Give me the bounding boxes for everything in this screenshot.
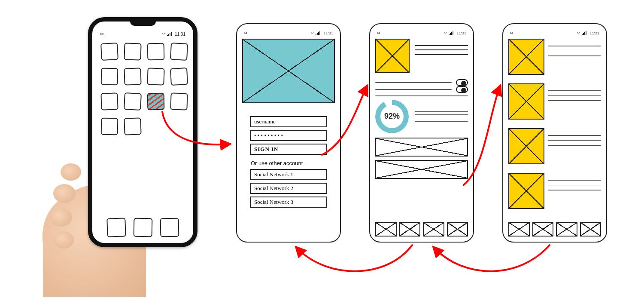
alt-login-caption: Or use other account: [251, 160, 327, 166]
dock-icon[interactable]: [160, 218, 179, 237]
svg-point-2: [53, 184, 76, 203]
dock-icon[interactable]: [106, 218, 126, 237]
tab-item[interactable]: [580, 222, 601, 237]
tab-item[interactable]: [399, 222, 421, 237]
app-icon[interactable]: [100, 43, 118, 61]
text-line: [415, 121, 468, 122]
app-icon[interactable]: [147, 68, 164, 85]
status-time: 11:31: [589, 31, 599, 35]
mail-icon: ✉: [510, 31, 513, 35]
wifi-icon: ⌔: [444, 31, 447, 36]
tab-item[interactable]: [556, 222, 577, 237]
app-icon[interactable]: [124, 68, 141, 85]
text-line: [375, 95, 468, 96]
mail-icon: ✉: [100, 32, 103, 37]
wifi-icon: ⌔: [311, 31, 314, 36]
toggle-switch[interactable]: [456, 79, 468, 86]
list-item[interactable]: [508, 128, 601, 169]
status-time: 11:31: [175, 32, 185, 37]
app-icon-grid: [98, 41, 187, 137]
arrow-back-dashboard-to-login: [296, 245, 412, 271]
setting-row: [375, 82, 452, 83]
status-bar: ✉ ⌔ 11:31: [508, 30, 601, 36]
thumbnail-placeholder: [508, 83, 544, 120]
password-input[interactable]: • • • • • • • • •: [250, 130, 327, 141]
toggle-switch[interactable]: [456, 86, 468, 93]
dock-icon[interactable]: [133, 218, 152, 237]
app-icon[interactable]: [147, 43, 165, 61]
status-bar: ✉ ⌔ 11:31: [375, 30, 468, 36]
text-line: [415, 45, 468, 46]
wireframe-dashboard: ✉ ⌔ 11:31 92%: [369, 23, 474, 243]
mail-icon: ✉: [377, 31, 380, 35]
status-time: 11:31: [456, 31, 466, 35]
text-line: [415, 111, 468, 112]
wifi-icon: ⌔: [162, 32, 165, 37]
app-icon[interactable]: [101, 118, 118, 135]
tab-item[interactable]: [423, 222, 444, 237]
list-item[interactable]: [508, 173, 601, 213]
arrow-back-list-to-dashboard: [434, 245, 550, 271]
tab-item[interactable]: [447, 222, 468, 237]
username-label: username: [254, 118, 276, 125]
tab-bar: [375, 222, 468, 237]
avatar-placeholder: [375, 39, 410, 73]
wireframe-login: ✉ ⌔ 11:31 username • • • • • • • • • SIG…: [236, 23, 341, 243]
wireframe-list: ✉ ⌔ 11:31: [502, 23, 607, 243]
home-screen[interactable]: ✉ ⌔ 11:31: [92, 22, 193, 243]
username-input[interactable]: username: [250, 116, 327, 127]
tab-item[interactable]: [532, 222, 554, 237]
thumbnail-placeholder: [508, 128, 544, 164]
app-icon[interactable]: [170, 43, 188, 61]
setting-row: [375, 89, 452, 90]
wifi-icon: ⌔: [577, 31, 580, 36]
svg-point-1: [61, 163, 81, 181]
password-mask: • • • • • • • • •: [254, 132, 283, 139]
text-line: [415, 49, 468, 51]
svg-point-3: [50, 208, 72, 227]
hero-image-placeholder: [242, 39, 335, 103]
app-icon[interactable]: [124, 43, 141, 60]
app-icon[interactable]: [170, 68, 188, 86]
signal-icon: [316, 31, 322, 35]
list-item[interactable]: [508, 39, 601, 79]
tab-item[interactable]: [375, 222, 397, 237]
social-login-2[interactable]: Social Network 2: [250, 183, 327, 194]
status-time: 11:31: [323, 31, 333, 35]
social-login-3[interactable]: Social Network 3: [250, 197, 327, 208]
dock: [92, 218, 193, 237]
text-line: [415, 118, 468, 119]
app-icon[interactable]: [170, 92, 188, 110]
banner-placeholder[interactable]: [375, 160, 468, 179]
thumbnail-placeholder: [508, 173, 544, 209]
tab-item[interactable]: [508, 222, 530, 237]
app-icon[interactable]: [101, 68, 118, 86]
app-icon[interactable]: [124, 117, 141, 135]
app-icon[interactable]: [100, 92, 118, 110]
progress-ring: 92%: [375, 100, 409, 133]
status-bar: ✉ ⌔ 11:31: [242, 30, 335, 36]
svg-point-4: [53, 231, 74, 249]
progress-value: 92%: [384, 112, 400, 121]
app-icon[interactable]: [124, 92, 142, 111]
text-line: [415, 54, 468, 55]
status-bar: ✉ ⌔ 11:31: [98, 31, 187, 37]
tab-bar: [508, 222, 601, 237]
signal-icon: [167, 32, 173, 36]
text-line: [415, 114, 468, 115]
social-login-1[interactable]: Social Network 1: [250, 169, 327, 180]
list-item[interactable]: [508, 83, 601, 124]
physical-phone: ✉ ⌔ 11:31: [88, 17, 197, 247]
sign-in-button[interactable]: SIGN IN: [250, 144, 327, 155]
signal-icon: [449, 31, 455, 35]
thumbnail-placeholder: [508, 39, 544, 75]
mail-icon: ✉: [244, 31, 247, 35]
app-icon-selected[interactable]: [147, 93, 165, 111]
banner-placeholder[interactable]: [375, 138, 468, 157]
signal-icon: [582, 31, 588, 35]
